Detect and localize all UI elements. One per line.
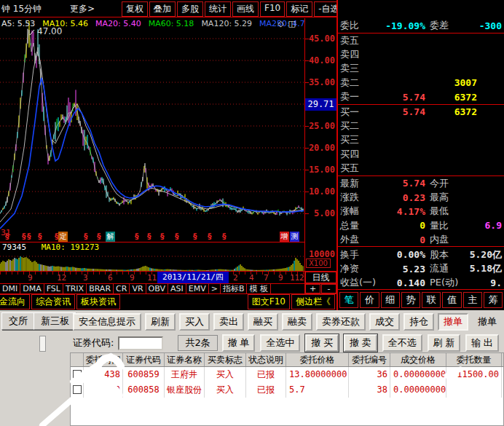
buy-queue: 买一5.746372买二买三买四买五 — [338, 105, 504, 175]
event-badge[interactable]: 测 — [290, 232, 299, 242]
column-header[interactable]: 证券名称 — [165, 353, 205, 366]
market-tab[interactable]: 新三板 — [34, 312, 76, 330]
column-header[interactable]: 状态说明 — [246, 353, 286, 366]
tab-graphic-f10[interactable]: 图文F10 — [248, 294, 290, 309]
quote-tab[interactable]: 值 — [442, 292, 461, 308]
trade-button[interactable]: 融买 — [248, 313, 278, 331]
column-header[interactable]: 委托编号 — [349, 353, 390, 366]
indicator-tab[interactable]: BRAR — [87, 284, 114, 293]
indicator-tab[interactable]: ASI — [168, 284, 186, 293]
order-row[interactable]: 438600859王府井买入已报13.80000000360.000000001… — [71, 367, 503, 382]
column-header[interactable]: 委托时间 — [84, 353, 123, 366]
tab-sidebar[interactable]: 侧边栏《 — [291, 294, 335, 309]
column-header[interactable]: 委托数量 — [446, 353, 502, 366]
mini-scrollbar[interactable] — [39, 336, 46, 352]
toolbar-button[interactable]: F10 — [260, 1, 285, 17]
indicator-tab[interactable]: 指标B — [221, 284, 248, 293]
order-action-button[interactable]: 输 出 — [465, 334, 499, 352]
indicator-tab[interactable]: TRIX — [63, 284, 87, 293]
event-badge[interactable]: 解 — [106, 232, 115, 242]
indicator-tab[interactable]: DMA — [20, 284, 44, 293]
zoom-in-button[interactable]: + — [305, 284, 320, 293]
security-code-input[interactable] — [118, 336, 163, 350]
toolbar-button[interactable]: 叠加 — [149, 1, 176, 17]
quote-tab[interactable]: 细 — [381, 292, 400, 308]
column-header[interactable]: 买卖标志 — [205, 353, 246, 366]
toolbar-button[interactable]: 多股 — [177, 1, 203, 17]
indicator-tab[interactable]: CR — [114, 284, 130, 293]
quote-tab[interactable]: 筹 — [484, 292, 503, 308]
toolbar-button[interactable]: 统计 — [205, 1, 231, 17]
stat-value: 0.00% — [373, 249, 425, 260]
row-checkbox[interactable] — [73, 370, 82, 379]
indicator-tab[interactable]: EMV — [186, 284, 209, 293]
market-tab[interactable]: 交所 — [1, 312, 35, 330]
checkbox-cell — [71, 382, 84, 398]
kline-chart[interactable]: 47.00 — [0, 18, 304, 232]
event-badge[interactable]: 增 — [280, 232, 289, 242]
quote-tab[interactable]: 价 — [360, 292, 379, 308]
order-row[interactable]: 9600858银座股份买入已报5.7380.00000000 — [71, 382, 503, 398]
trade-button[interactable]: 卖出 — [213, 313, 244, 331]
trade-button[interactable]: 持仓 — [403, 313, 434, 331]
stat-label: 流通 — [425, 262, 463, 275]
row-checkbox[interactable] — [73, 385, 82, 394]
volume-ma10-label: MA10: 191273 — [42, 242, 99, 252]
trade-button[interactable]: 融卖 — [282, 313, 312, 331]
toolbar-button[interactable]: 标记 — [286, 1, 312, 17]
quote-tab[interactable]: 联 — [422, 292, 441, 308]
split-view-icon[interactable]: ◫ — [288, 19, 300, 28]
divider — [338, 289, 504, 290]
dividend-marker-icon: § — [22, 232, 26, 242]
toolbar-button[interactable]: 复权 — [122, 1, 148, 17]
quote-tab[interactable]: 势 — [401, 292, 420, 308]
zoom-out-button[interactable]: - — [321, 284, 336, 293]
info-tab[interactable]: 综合资讯 — [31, 294, 75, 309]
trade-button[interactable]: 撤单 — [472, 313, 503, 331]
quote-tab[interactable]: 主 — [463, 292, 482, 308]
event-badge[interactable]: 定 — [58, 232, 68, 242]
order-action-button[interactable]: 撤 单 — [222, 334, 256, 352]
stat-value: 5.18亿 — [463, 262, 504, 275]
stat-label: 最高 — [425, 191, 463, 204]
stat-label: 今开 — [425, 177, 463, 190]
column-header[interactable]: 委托价格 — [286, 353, 349, 366]
indicator-tab[interactable]: OBV — [146, 284, 168, 293]
period-label[interactable]: 钟 15分钟 — [1, 3, 42, 15]
indicator-tab[interactable]: > — [209, 284, 221, 293]
cursor-price-box: 29.71 — [305, 98, 336, 111]
trade-button[interactable]: 刷新 — [145, 313, 176, 331]
order-action-button[interactable]: 全选中 — [260, 334, 300, 352]
quote-row: 买一5.746372 — [338, 105, 504, 119]
trade-button[interactable]: 买入 — [179, 313, 210, 331]
chart-mode-icons[interactable]: ◇◫ — [277, 19, 300, 28]
order-action-button[interactable]: 撤 卖 — [344, 334, 377, 352]
toolbar-button[interactable]: 画线 — [232, 1, 259, 17]
trade-button[interactable]: 安全信息提示 — [73, 313, 141, 331]
info-tab[interactable]: 板块资讯 — [76, 294, 120, 309]
quote-row: 卖二3007 — [338, 76, 504, 90]
trade-button[interactable]: 撤单 — [438, 313, 468, 331]
trade-button[interactable]: 卖券还款 — [316, 313, 366, 331]
indicator-tab[interactable]: VR — [130, 284, 146, 293]
indicator-tab[interactable]: DMI — [0, 284, 20, 293]
volume-chart[interactable] — [0, 253, 304, 271]
column-header[interactable]: 证券代码 — [123, 353, 165, 366]
order-action-button[interactable]: 撤 买 — [305, 334, 339, 352]
trade-button[interactable]: 成交 — [369, 313, 400, 331]
column-header[interactable]: 成交价格 — [390, 353, 446, 366]
orders-table-body: 438600859王府井买入已报13.80000000360.000000001… — [71, 367, 503, 398]
info-tab[interactable]: 金流向 — [0, 294, 30, 309]
more-menu[interactable]: 更多> — [70, 3, 95, 15]
indicator-tab[interactable]: FSL — [44, 284, 63, 293]
stat-row: 收益(一)0.140PE(动)9. — [338, 276, 504, 290]
period-tab-daily[interactable]: 日线 — [305, 272, 336, 283]
date-axis: 2013/11/21/四 912369112479112 — [0, 272, 304, 283]
order-action-button[interactable]: 刷 新 — [428, 334, 461, 352]
order-cell: 已报 — [246, 367, 286, 382]
order-action-button[interactable]: 全不选 — [382, 334, 422, 352]
quote-row: 卖五 — [338, 33, 504, 47]
diamond-icon[interactable]: ◇ — [277, 19, 288, 28]
indicator-tab[interactable]: 模 板 — [247, 284, 271, 293]
quote-tab[interactable]: 笔 — [339, 292, 358, 308]
